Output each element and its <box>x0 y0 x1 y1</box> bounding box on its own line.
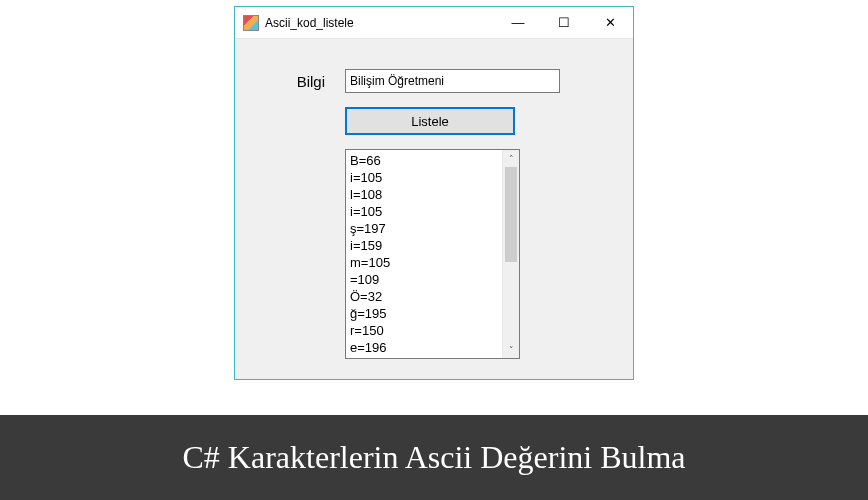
list-item[interactable]: ğ=195 <box>350 305 498 322</box>
window-title: Ascii_kod_listele <box>265 16 495 30</box>
application-window: Ascii_kod_listele — ☐ ✕ Bilgi Listele B=… <box>234 6 634 380</box>
list-item[interactable]: m=105 <box>350 254 498 271</box>
scrollbar[interactable]: ˄ ˅ <box>502 150 519 358</box>
list-item[interactable]: l=108 <box>350 186 498 203</box>
bilgi-input[interactable] <box>345 69 560 93</box>
list-item[interactable]: i=105 <box>350 169 498 186</box>
list-item[interactable]: Ö=32 <box>350 288 498 305</box>
list-item[interactable]: i=105 <box>350 203 498 220</box>
app-area: Ascii_kod_listele — ☐ ✕ Bilgi Listele B=… <box>0 0 868 415</box>
list-item[interactable]: ş=197 <box>350 220 498 237</box>
scroll-down-arrow-icon[interactable]: ˅ <box>503 341 519 358</box>
form-body: Bilgi Listele B=66i=105l=108i=105ş=197i=… <box>235 39 633 379</box>
minimize-button[interactable]: — <box>495 7 541 38</box>
close-button[interactable]: ✕ <box>587 7 633 38</box>
list-item[interactable]: i=159 <box>350 237 498 254</box>
ascii-listbox[interactable]: B=66i=105l=108i=105ş=197i=159m=105 =109Ö… <box>345 149 520 359</box>
listele-button[interactable]: Listele <box>345 107 515 135</box>
list-item[interactable]: B=66 <box>350 152 498 169</box>
maximize-button[interactable]: ☐ <box>541 7 587 38</box>
titlebar[interactable]: Ascii_kod_listele — ☐ ✕ <box>235 7 633 39</box>
caption-banner: C# Karakterlerin Ascii Değerini Bulma <box>0 415 868 500</box>
scroll-up-arrow-icon[interactable]: ˄ <box>503 150 519 167</box>
app-icon <box>243 15 259 31</box>
bilgi-label: Bilgi <box>265 73 325 90</box>
input-row: Bilgi <box>265 69 603 93</box>
scroll-track[interactable] <box>503 167 519 341</box>
listbox-content: B=66i=105l=108i=105ş=197i=159m=105 =109Ö… <box>346 150 502 358</box>
caption-text: C# Karakterlerin Ascii Değerini Bulma <box>183 439 686 476</box>
list-item[interactable]: e=196 <box>350 339 498 356</box>
list-item[interactable]: =109 <box>350 271 498 288</box>
window-controls: — ☐ ✕ <box>495 7 633 38</box>
scroll-thumb[interactable] <box>505 167 517 262</box>
list-item[interactable]: r=150 <box>350 322 498 339</box>
